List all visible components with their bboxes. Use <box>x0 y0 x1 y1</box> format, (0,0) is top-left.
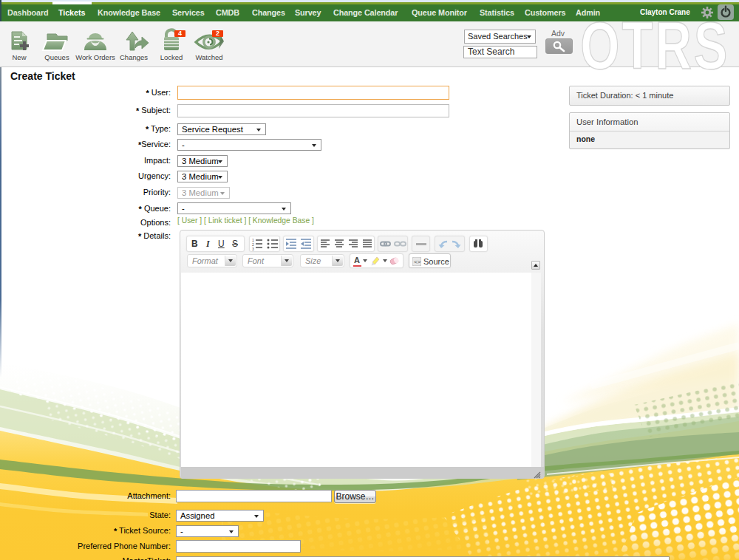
svg-text:3: 3 <box>252 247 254 251</box>
svg-text:<>: <> <box>414 259 421 265</box>
svg-text:OTRS: OTRS <box>580 9 727 83</box>
